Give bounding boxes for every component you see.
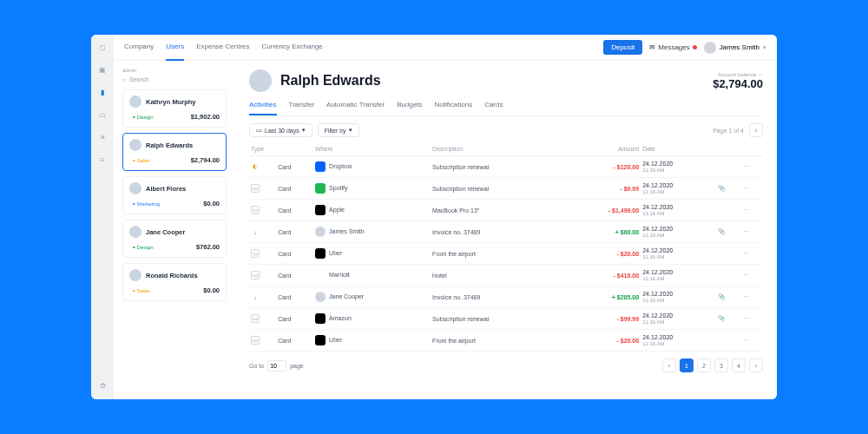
cell-where: Spotify <box>313 178 431 200</box>
user-name: Ronald Richards <box>146 272 198 279</box>
user-menu[interactable]: James Smith ▾ <box>704 42 766 54</box>
more-icon[interactable]: ⋯ <box>741 178 763 200</box>
filter-by[interactable]: Filter by▾ <box>318 123 359 137</box>
goto-input[interactable] <box>267 360 286 372</box>
cell-amount: - $1,499.00 <box>564 200 641 221</box>
cell-desc: Hotel <box>431 265 564 286</box>
more-icon[interactable]: ⋯ <box>741 286 763 308</box>
avatar <box>704 42 716 54</box>
more-icon[interactable]: ⋯ <box>741 156 763 178</box>
users-sidebar: admin ⌕ Search Kathryn MurphyDesign$1,90… <box>114 61 235 399</box>
brand-icon <box>315 270 326 280</box>
user-card[interactable]: Ralph EdwardsSales$2,794.00 <box>122 133 227 171</box>
table-row[interactable]: ▭CardSpotifySubscription renewal- $9.992… <box>249 178 763 200</box>
cell-desc: From the airport <box>431 330 564 352</box>
page-1[interactable]: 1 <box>680 358 694 372</box>
dashboard-icon[interactable]: ▣ <box>97 64 108 75</box>
cell-amount: - $20.00 <box>564 330 641 352</box>
cell-where: Uber <box>313 330 431 352</box>
attachment-icon <box>716 243 741 265</box>
user-card[interactable]: Albert FloresMarketing$0.00 <box>122 176 227 214</box>
tab-activities[interactable]: Activities <box>249 101 277 115</box>
avatar <box>129 95 141 108</box>
tools-icon[interactable]: ✕ <box>97 132 108 142</box>
brand-icon <box>315 183 326 194</box>
user-name: James Smith <box>720 43 760 51</box>
more-icon[interactable]: ⋯ <box>741 221 763 243</box>
panel-header: Ralph Edwards Account balance⋯ $2,794.00 <box>249 69 763 92</box>
cell-type: Card <box>276 330 313 352</box>
detail-panel: Ralph Edwards Account balance⋯ $2,794.00… <box>235 61 777 399</box>
wallet-icon[interactable]: ▮ <box>97 87 108 97</box>
attachment-icon[interactable]: 📎 <box>716 178 741 200</box>
next-page-button[interactable]: › <box>749 123 763 137</box>
next-page[interactable]: › <box>749 358 763 372</box>
attachment-icon[interactable]: 📎 <box>716 221 741 243</box>
tab-notifications[interactable]: Notifications <box>435 101 473 115</box>
more-icon[interactable]: ⋯ <box>741 330 763 352</box>
nav-currency-exchange[interactable]: Currency Exchange <box>262 35 323 61</box>
user-amount: $0.00 <box>203 200 220 207</box>
cell-where: Jane Cooper <box>313 286 431 308</box>
user-amount: $0.00 <box>203 286 220 294</box>
avatar <box>315 292 326 302</box>
chevron-down-icon: ▾ <box>763 44 766 51</box>
cell-desc: Invoice no. 37489 <box>431 221 564 243</box>
user-card[interactable]: Kathryn MurphyDesign$1,902.00 <box>122 89 227 128</box>
user-amount: $1,902.00 <box>191 113 220 121</box>
type-icon: ↓ <box>251 293 260 301</box>
tab-transfer[interactable]: Transfer <box>289 101 315 115</box>
date-filter[interactable]: ▭Last 30 days▾ <box>249 123 312 137</box>
table-row[interactable]: ▭CardAppleMacBook Pro 13"- $1,499.0024.1… <box>249 200 763 221</box>
prev-page[interactable]: ‹ <box>662 358 676 372</box>
brand-icon <box>315 161 326 172</box>
cell-type: Card <box>276 243 313 265</box>
cell-desc: Invoice no. 37489 <box>431 286 564 308</box>
more-icon[interactable]: ⋯ <box>741 265 763 286</box>
more-icon[interactable]: ⋯ <box>741 243 763 265</box>
page-4[interactable]: 4 <box>732 358 746 372</box>
table-row[interactable]: ▭CardMarriottHotel- $410.0024.12.202011:… <box>249 265 763 286</box>
table-row[interactable]: ↓CardJames SmithInvoice no. 37489+ $60.0… <box>249 221 763 243</box>
search-input[interactable]: ⌕ Search <box>122 76 227 82</box>
attachment-icon[interactable]: 📎 <box>716 308 741 330</box>
cell-where: Marriott <box>313 265 431 286</box>
page-2[interactable]: 2 <box>697 358 711 372</box>
table-row[interactable]: ▭CardUberFrom the airport- $20.0024.12.2… <box>249 243 763 265</box>
menu-icon[interactable]: ≡ <box>97 155 108 165</box>
tab-cards[interactable]: Cards <box>484 101 503 115</box>
table-row[interactable]: ▭CardAmazonSubscription renewal- $99.992… <box>249 308 763 330</box>
col-where: Where <box>313 142 431 156</box>
tag-design: Design <box>129 242 157 252</box>
deposit-button[interactable]: Deposit <box>603 40 642 55</box>
search-placeholder: Search <box>129 76 148 82</box>
table-row[interactable]: ▭CardUberFrom the airport- $20.0024.12.2… <box>249 330 763 352</box>
cell-amount: + $60.00 <box>564 221 641 243</box>
messages-link[interactable]: ✉ Messages <box>649 43 696 51</box>
home-icon[interactable]: ◻ <box>97 42 108 52</box>
avatar <box>129 182 141 194</box>
more-icon[interactable]: ⋯ <box>758 71 763 77</box>
settings-icon[interactable]: ⚙ <box>97 380 108 391</box>
more-icon[interactable]: ⋯ <box>741 308 763 330</box>
table-row[interactable]: ↓CardJane CooperInvoice no. 37489+ $285.… <box>249 286 763 308</box>
brand-icon <box>315 313 326 324</box>
more-icon[interactable]: ⋯ <box>741 200 763 221</box>
page-3[interactable]: 3 <box>714 358 728 372</box>
user-card[interactable]: Jane CooperDesign$762.00 <box>122 220 227 258</box>
type-icon: ▭ <box>251 249 260 258</box>
nav-expense-centres[interactable]: Expense Centres <box>196 35 249 61</box>
type-icon: ▭ <box>251 314 260 323</box>
user-card[interactable]: Ronald RichardsSales$0.00 <box>122 263 227 301</box>
tabs: ActivitiesTransferAutomatic TransferBudg… <box>249 101 763 116</box>
table-row[interactable]: ◐CardDropboxSubscription renewal- $120.0… <box>249 156 763 178</box>
cell-date: 24.12.202011:16 AM <box>641 178 716 200</box>
user-name: Albert Flores <box>146 185 186 193</box>
folder-icon[interactable]: ▭ <box>97 109 108 120</box>
cell-desc: Subscription renewal <box>431 156 564 178</box>
nav-company[interactable]: Company <box>124 35 154 61</box>
nav-users[interactable]: Users <box>166 35 184 61</box>
tab-automatic-transfer[interactable]: Automatic Transfer <box>326 101 385 115</box>
attachment-icon[interactable]: 📎 <box>716 286 741 308</box>
tab-budgets[interactable]: Budgets <box>397 101 422 115</box>
